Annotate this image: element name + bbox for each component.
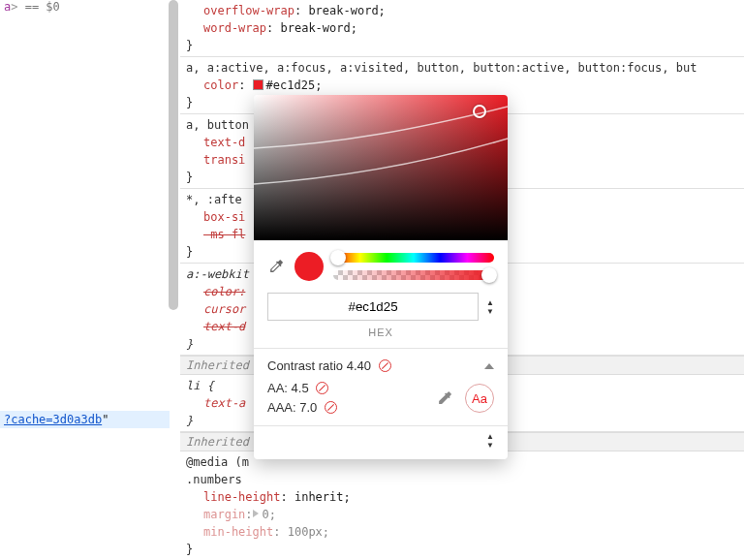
saturation-value-field[interactable]: [254, 95, 508, 240]
contrast-fail-icon: [316, 382, 328, 394]
hue-thumb[interactable]: [330, 250, 346, 265]
selected-element-row[interactable]: ?cache=3d0a3db": [0, 411, 170, 428]
css-rule[interactable]: overflow-wrap: break-word; word-wrap: br…: [180, 0, 744, 57]
element-attr-url: ?cache=3d0a3db: [4, 413, 102, 426]
alpha-slider[interactable]: [333, 270, 494, 280]
chevron-up-icon[interactable]: [484, 363, 494, 369]
stepper-up-icon[interactable]: ▲: [486, 298, 494, 307]
css-rule[interactable]: @media (m .numbers line-height: inherit;…: [180, 451, 744, 560]
stepper-down-icon[interactable]: ▼: [486, 441, 494, 450]
current-color-swatch: [294, 252, 324, 281]
contrast-fail-icon: [379, 359, 391, 372]
color-picker-popover: ▲ ▼ HEX Contrast ratio 4.40 AA: 4.5 AAA:…: [254, 95, 508, 459]
elements-panel: ?cache=3d0a3db" a> == $0: [0, 0, 170, 560]
contrast-curve: [254, 95, 508, 240]
expand-triangle-icon[interactable]: [253, 510, 259, 517]
scrollbar-thumb[interactable]: [169, 0, 178, 310]
alpha-thumb[interactable]: [481, 267, 497, 283]
selected-element-closing: a> == $0: [0, 0, 170, 14]
contrast-section: Contrast ratio 4.40 AA: 4.5 AAA: 7.0 Aa: [254, 349, 508, 425]
eyedropper-icon[interactable]: [267, 258, 285, 275]
contrast-sample-swatch: Aa: [465, 384, 494, 413]
color-swatch[interactable]: [253, 79, 264, 90]
contrast-fail-icon: [325, 401, 337, 414]
stepper-down-icon[interactable]: ▼: [486, 307, 494, 316]
color-format-label[interactable]: HEX: [254, 325, 508, 348]
stepper-up-icon[interactable]: ▲: [486, 432, 494, 441]
sv-cursor[interactable]: [473, 105, 486, 118]
hue-slider[interactable]: [333, 253, 494, 263]
eyedropper-icon[interactable]: [436, 389, 453, 407]
color-value-input[interactable]: [267, 293, 479, 321]
